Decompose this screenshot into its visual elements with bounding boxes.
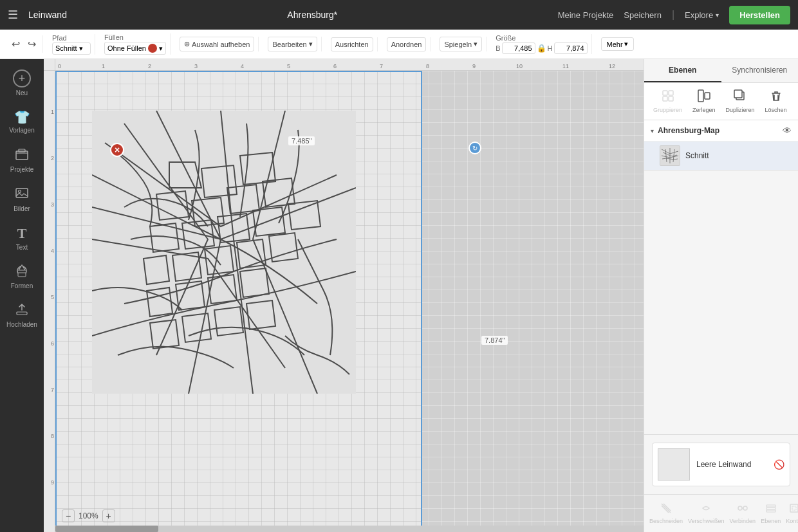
anordnen-button[interactable]: Anordnen	[387, 37, 427, 51]
scrollbar-thumb[interactable]	[55, 526, 158, 532]
zoom-in-button[interactable]: +	[102, 509, 115, 522]
duplizieren-icon	[734, 89, 747, 105]
speichern-link[interactable]: Speichern	[624, 10, 662, 20]
kontur-label: Kontur	[786, 518, 798, 524]
ruler-corner	[44, 59, 55, 71]
ebenen-action-label: Ebenen	[761, 518, 781, 524]
auswahl-aufheben-button[interactable]: ⊕ Auswahl aufheben	[180, 37, 255, 51]
canvas-area[interactable]: 0 1 2 3 4 5 6 7 8 9 10 11 12 1 2 3 4	[44, 59, 644, 532]
hoehe-prefix: H	[548, 44, 553, 52]
svg-rect-16	[734, 90, 742, 98]
layer-group-header[interactable]: ▾ Ahrensburg-Map 👁	[644, 120, 798, 142]
ruler-left: 1 2 3 4 5 6 7 8 9	[44, 71, 55, 532]
layer-group-visibility-icon[interactable]: 👁	[783, 125, 792, 136]
verschweissen-button[interactable]: Verschweißen	[685, 500, 727, 527]
neu-icon: +	[13, 69, 31, 87]
mehr-group: Mehr ▾	[597, 37, 638, 51]
app-title: Leinwand	[28, 10, 67, 20]
verschweissen-label: Verschweißen	[688, 518, 725, 524]
beschneiden-button[interactable]: Beschneiden	[647, 500, 685, 527]
layer-group-name: Ahrensburg-Map	[658, 126, 779, 135]
ausrichten-button[interactable]: Ausrichten	[331, 37, 373, 51]
sidebar-item-hochladen[interactable]: Hochladen	[3, 297, 41, 333]
kontur-button[interactable]: Kontur	[783, 500, 798, 527]
bilder-icon	[15, 186, 29, 203]
formen-icon	[15, 264, 29, 280]
loeschen-button[interactable]: Löschen	[761, 87, 791, 116]
redo-button[interactable]: ↪	[25, 35, 39, 53]
map-area[interactable]	[92, 111, 356, 394]
canvas-empty-panel: Leere Leinwand 🚫	[644, 434, 798, 494]
mehr-button[interactable]: Mehr ▾	[601, 37, 634, 51]
spiegeln-chevron-icon: ▾	[474, 40, 478, 48]
meine-projekte-link[interactable]: Meine Projekte	[558, 10, 614, 20]
pfad-group: Pfad Schnitt ▾	[48, 34, 95, 55]
toolbar: ↩ ↪ Pfad Schnitt ▾ Füllen Ohne Füllen ▾ …	[0, 30, 798, 59]
panel-toolbar: Gruppieren Zerlegen Dupl	[644, 83, 798, 120]
close-handle[interactable]: ×	[110, 143, 124, 157]
explore-chevron-icon: ▾	[716, 12, 719, 19]
duplizieren-button[interactable]: Duplizieren	[722, 87, 759, 116]
sidebar-item-projekte[interactable]: Projekte	[3, 142, 41, 178]
beschneiden-icon	[660, 502, 672, 517]
vorlagen-icon: 👕	[14, 109, 30, 125]
projekte-icon	[15, 147, 29, 164]
explore-button[interactable]: Explore ▾	[685, 10, 719, 20]
svg-rect-25	[792, 506, 796, 510]
sidebar-item-bilder[interactable]: Bilder	[3, 181, 41, 217]
sidebar-item-neu[interactable]: + Neu	[3, 64, 41, 102]
zerlegen-button[interactable]: Zerlegen	[689, 87, 719, 116]
spiegeln-button[interactable]: Spiegeln ▾	[440, 37, 482, 51]
pfad-select[interactable]: Schnitt ▾	[52, 42, 91, 55]
verbinden-label: Verbinden	[730, 518, 756, 524]
svg-point-19	[743, 506, 747, 510]
svg-rect-8	[92, 111, 356, 394]
svg-rect-12	[669, 96, 673, 101]
svg-rect-13	[698, 90, 703, 102]
pfad-chevron-icon: ▾	[79, 44, 83, 53]
hoehe-input[interactable]	[554, 42, 588, 54]
canvas-empty-label: Leere Leinwand	[696, 460, 767, 469]
zoom-out-button[interactable]: −	[62, 509, 75, 522]
layer-thumbnail	[660, 145, 680, 166]
text-icon: T	[17, 225, 27, 242]
verbinden-button[interactable]: Verbinden	[727, 500, 759, 527]
svg-rect-14	[705, 93, 710, 99]
svg-rect-24	[790, 504, 798, 512]
map-svg	[92, 111, 356, 394]
herstellen-button[interactable]: Herstellen	[729, 6, 790, 24]
rotate-handle-top[interactable]: ↻	[469, 142, 481, 154]
spiegeln-group: Spiegeln ▾	[436, 37, 487, 51]
ebenen-action-button[interactable]: Ebenen	[758, 500, 783, 527]
tab-ebenen[interactable]: Ebenen	[644, 59, 721, 82]
width-dimension-label: 7.485"	[288, 136, 315, 145]
svg-rect-7	[17, 312, 27, 315]
layer-item-name: Schnitt	[685, 151, 792, 160]
fuellen-select[interactable]: Ohne Füllen ▾	[104, 42, 166, 55]
menu-icon[interactable]: ☰	[8, 8, 18, 22]
left-sidebar: + Neu 👕 Vorlagen Projekte	[0, 59, 44, 532]
svg-rect-10	[669, 91, 673, 95]
breite-input[interactable]	[502, 42, 535, 54]
verbinden-icon	[737, 502, 748, 517]
tab-synchronisieren[interactable]: Synchronisieren	[721, 59, 799, 82]
svg-marker-6	[19, 265, 25, 270]
mehr-chevron-icon: ▾	[624, 40, 628, 48]
svg-rect-22	[766, 508, 775, 509]
layer-panel: ▾ Ahrensburg-Map 👁	[644, 120, 798, 434]
sidebar-item-formen[interactable]: Formen	[3, 259, 41, 295]
ruler-top: 0 1 2 3 4 5 6 7 8 9 10 11 12	[55, 59, 644, 71]
sidebar-item-text[interactable]: T Text	[3, 220, 41, 256]
scrollbar-horizontal[interactable]	[55, 526, 644, 532]
bearbeiten-group: Bearbeiten ▾	[264, 37, 321, 51]
canvas-empty-display: Leere Leinwand 🚫	[652, 443, 790, 486]
layer-item[interactable]: Schnitt	[644, 142, 798, 170]
bearbeiten-button[interactable]: Bearbeiten ▾	[268, 37, 317, 51]
svg-rect-9	[663, 91, 667, 95]
gruppieren-button[interactable]: Gruppieren	[649, 87, 686, 116]
undo-button[interactable]: ↩	[9, 35, 23, 53]
canvas-empty-visibility-icon[interactable]: 🚫	[774, 459, 784, 470]
sidebar-label-projekte: Projekte	[10, 166, 34, 173]
sidebar-item-vorlagen[interactable]: 👕 Vorlagen	[3, 104, 41, 139]
pfad-label: Pfad	[52, 34, 67, 42]
